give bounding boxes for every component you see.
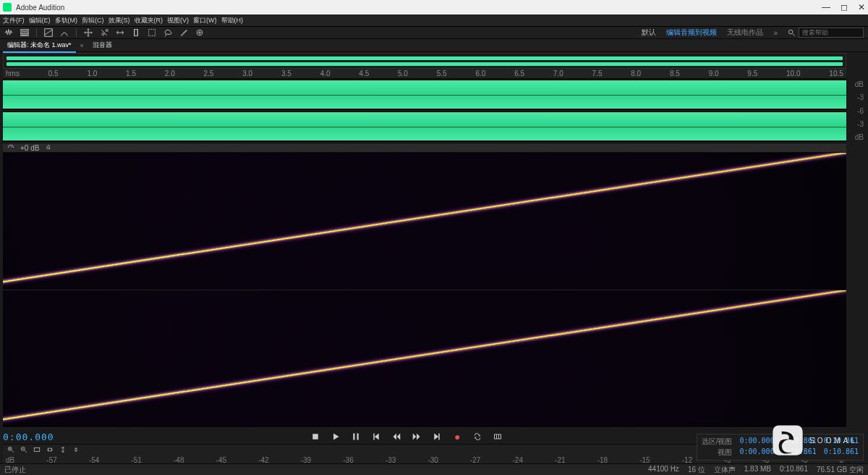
workspace-edit-audio-video[interactable]: 编辑音频到视频 [666,28,717,38]
svg-rect-1 [21,32,29,33]
waveform-view-icon[interactable] [4,28,13,37]
search-input[interactable] [799,28,864,38]
tab-editor[interactable]: 编辑器: 未命名 1.wav* [3,39,76,51]
waveform-channel-left[interactable] [3,79,846,111]
go-to-start-button[interactable] [370,432,383,442]
tab-close-icon[interactable]: × [80,42,84,49]
sel-start[interactable]: 0:00.000 [739,437,774,447]
svg-rect-5 [149,30,156,36]
spectral-channel-right[interactable]: Hz 22k 20k 18k 16k 14k 12k 10k 8k 6k 4k … [3,290,846,428]
status-disk-free: 76.51 GB 空闲 [817,465,864,475]
sel-end[interactable]: 0:10.861 [782,437,817,447]
ruler-tick: 4.0 [320,70,331,77]
svg-rect-14 [34,447,40,451]
ruler-tick: 10.0 [786,70,800,77]
pause-button[interactable] [349,432,362,442]
spot-heal-icon[interactable] [195,28,204,37]
zoom-in-icon[interactable] [7,446,14,453]
view-label: 视图 [718,447,732,458]
lasso-tool-icon[interactable] [163,28,172,37]
spectral-channel-left[interactable]: Hz 22k 20k 18k 16k 14k 12k 10k 8k 6k 4k … [3,153,846,290]
hud-bar: +0 dB [3,143,846,153]
loop-button[interactable] [471,432,484,442]
zoom-out-icon[interactable] [20,446,27,453]
menu-window[interactable]: 窗口(W) [193,16,217,25]
sel-dur[interactable]: 0:10.861 [824,437,859,447]
ruler-tick: 5.5 [437,70,447,77]
menu-favorites[interactable]: 收藏夹(R) [135,16,163,25]
ruler-tick: 2.5 [204,70,214,77]
go-to-end-button[interactable] [430,432,443,442]
timecode-display[interactable]: 0:00.000 [3,432,54,442]
transport-controls: ● [309,432,504,442]
ruler-tick: 4.5 [359,70,369,77]
status-bar: 已停止 44100 Hz 16 位 立体声 1.83 MB 0:10.861 7… [0,463,868,475]
close-button[interactable]: ✕ [858,2,865,12]
time-selection-icon[interactable] [132,28,140,37]
view-end[interactable]: 0:10.861 [782,447,817,458]
play-button[interactable] [329,432,342,442]
db-tick: dB [849,133,864,141]
status-sample-rate: 44100 Hz [648,465,679,475]
menu-clip[interactable]: 剪辑(C) [82,16,104,25]
menu-view[interactable]: 视图(V) [167,16,189,25]
zoom-in-vert-icon[interactable] [59,446,67,453]
hud-pin-icon[interactable] [45,144,52,151]
tab-mixer[interactable]: 混音器 [88,39,116,51]
record-button[interactable]: ● [451,432,464,442]
ruler-tick: 3.0 [242,70,252,77]
forward-button[interactable] [410,432,423,442]
slip-tool-icon[interactable] [116,28,124,37]
waveform-channel-right[interactable] [3,111,846,143]
waveform-display[interactable]: dB -3 -6 -3 dB [3,79,846,143]
move-tool-icon[interactable] [84,28,93,37]
svg-rect-9 [354,434,355,440]
multitrack-view-icon[interactable] [20,28,29,37]
zoom-selection-icon[interactable] [46,446,54,453]
stop-button[interactable] [309,432,322,442]
menu-file[interactable]: 文件(F) [3,16,25,25]
overview-ch-left [7,56,843,60]
app-title: Adobe Audition [16,4,64,12]
rewind-button[interactable] [390,432,403,442]
search-icon [788,29,796,37]
view-start[interactable]: 0:00.000 [739,447,774,458]
view-dur[interactable]: 0:10.861 [824,447,859,458]
hud-volume-value[interactable]: +0 dB [20,144,39,152]
workspace-more-icon[interactable]: » [773,29,778,37]
maximize-button[interactable]: ◻ [841,2,848,12]
ruler-tick: 3.5 [281,70,292,77]
overview-ch-right [7,62,843,66]
sel-label: 选区/视图 [702,437,733,447]
window-titlebar: Adobe Audition — ◻ ✕ [0,0,868,14]
zoom-out-vert-icon[interactable] [72,446,80,453]
ruler-tick: 8.5 [670,70,680,77]
menu-multitrack[interactable]: 多轨(M) [55,16,78,25]
svg-rect-15 [48,448,52,451]
pitch-display-icon[interactable] [60,28,69,37]
menu-edit[interactable]: 编辑(E) [29,16,51,25]
brush-tool-icon[interactable] [179,28,188,37]
navigation-overview[interactable] [3,53,846,69]
menu-help[interactable]: 帮助(H) [221,16,244,25]
status-file-size: 1.83 MB [744,465,771,475]
ruler-tick: 6.0 [475,70,485,77]
ruler-tick: 2.0 [165,70,175,77]
spectral-display-icon[interactable] [44,28,53,37]
db-tick: -3 [849,93,864,101]
zoom-full-icon[interactable] [33,446,41,453]
minimize-button[interactable]: — [822,2,830,12]
ruler-tick: 7.0 [553,70,563,77]
time-ruler[interactable]: hms 0.5 1.0 1.5 2.0 2.5 3.0 3.5 4.0 4.5 … [3,69,846,79]
workspace-default[interactable]: 默认 [642,28,656,38]
hud-volume-icon[interactable] [7,144,14,151]
amplitude-scale: dB -3 -6 -3 dB [848,79,865,143]
marquee-tool-icon[interactable] [148,28,156,37]
menu-effects[interactable]: 效果(S) [109,16,130,25]
skip-selection-button[interactable] [491,432,504,442]
workspace-radio[interactable]: 无线电作品 [727,28,763,38]
svg-rect-2 [21,35,29,36]
svg-rect-4 [135,30,138,36]
selection-view-panel: 选区/视图 0:00.000 0:10.861 0:10.861 视图 0:00… [697,434,864,461]
razor-tool-icon[interactable] [100,28,109,37]
